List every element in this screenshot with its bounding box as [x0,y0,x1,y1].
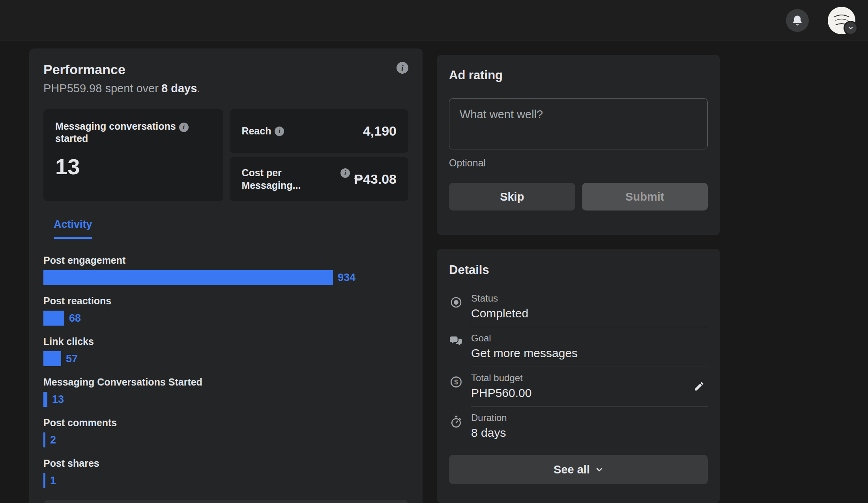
skip-button[interactable]: Skip [449,183,575,211]
ad-rating-title: Ad rating [449,68,708,82]
svg-text:$: $ [455,379,458,386]
edit-budget-button[interactable] [690,378,708,395]
submit-button[interactable]: Submit [582,183,708,211]
next-section-collapsed[interactable] [43,500,408,503]
cost-per-messaging-label: Cost per Messaging... [241,167,322,192]
chart-category-label: Post comments [43,417,408,428]
chart-bar [43,311,64,326]
info-icon[interactable]: i [179,123,189,132]
info-icon[interactable]: i [275,127,284,136]
performance-tabs: Activity [43,218,408,239]
dollar-icon: $ [449,376,463,388]
chart-row: Link clicks57 [43,336,408,366]
messaging-conversations-value: 13 [55,154,211,179]
chart-value: 68 [69,312,81,324]
detail-row-total-budget: $ Total budget PHP560.00 [449,367,708,407]
status-label: Status [471,293,708,304]
chart-row: Messaging Conversations Started13 [43,376,408,407]
duration-value: 8 days [471,426,708,440]
chart-category-label: Post shares [43,458,408,469]
chart-bar [43,270,333,285]
chart-row: Post shares1 [43,458,408,488]
chart-value: 934 [338,272,355,284]
goal-label: Goal [471,333,708,344]
info-icon[interactable]: i [397,62,408,74]
page: Performance PHP559.98 spent over8 days. … [0,0,868,503]
reach-label: Reach [241,125,271,137]
account-menu-button[interactable] [828,7,855,34]
metric-tiles: Messaging conversationsi started 13 Reac… [43,109,408,201]
chevron-down-icon [844,21,858,35]
chart-category-label: Messaging Conversations Started [43,376,408,388]
detail-row-status: Status Completed [449,287,708,327]
subtitle-period: . [197,82,200,95]
chart-row: Post comments2 [43,417,408,447]
chevron-down-icon [595,466,603,473]
chart-bar [43,432,45,447]
info-icon[interactable]: i [340,168,350,178]
optional-label: Optional [449,157,708,169]
chart-value: 2 [50,434,56,446]
performance-title: Performance [43,62,200,77]
chart-value: 13 [52,393,64,406]
cost-per-messaging-value: ₱43.08 [354,171,397,187]
topbar [0,0,868,41]
goal-value: Get more messages [471,347,708,360]
details-card: Details Status Completed [437,249,720,503]
detail-row-goal: Goal Get more messages [449,327,708,367]
ad-rating-input[interactable] [449,98,708,149]
notifications-button[interactable] [786,9,809,32]
performance-card: Performance PHP559.98 spent over8 days. … [29,48,423,503]
chart-category-label: Post engagement [43,255,408,266]
total-budget-value: PHP560.00 [471,386,690,400]
see-all-button[interactable]: See all [449,455,708,484]
chart-bar [43,473,45,488]
chart-bar [43,351,61,366]
details-title: Details [449,263,708,277]
reach-value: 4,190 [363,123,397,139]
chart-value: 1 [50,475,56,487]
reach-tile: Reach i 4,190 [230,109,408,153]
chart-row: Post reactions68 [43,295,408,326]
subtitle-days: 8 days [161,82,197,95]
bell-icon [791,15,803,26]
detail-row-duration: Duration 8 days [449,407,708,446]
stopwatch-icon [449,415,463,428]
chart-row: Post engagement934 [43,255,408,285]
ad-rating-card: Ad rating Optional Skip Submit [437,55,720,235]
performance-subtitle: PHP559.98 spent over8 days. [43,82,200,95]
messaging-conversations-tile: Messaging conversationsi started 13 [43,109,223,201]
tab-activity[interactable]: Activity [43,218,103,239]
messaging-conversations-label: Messaging conversationsi started [55,120,211,145]
chart-category-label: Link clicks [43,336,408,347]
subtitle-spend: PHP559.98 spent over [43,82,159,95]
chart-value: 57 [66,353,78,365]
pencil-icon [694,381,705,392]
chart-category-label: Post reactions [43,295,408,307]
tab-active-underline [54,237,92,239]
status-value: Completed [471,307,708,320]
duration-label: Duration [471,412,708,423]
chat-icon [449,336,463,347]
cost-per-messaging-tile: Cost per Messaging... i ₱43.08 [230,157,408,201]
chart-bar [43,392,47,407]
status-icon [449,296,463,309]
total-budget-label: Total budget [471,373,690,384]
activity-chart: Post engagement934Post reactions68Link c… [43,255,408,488]
